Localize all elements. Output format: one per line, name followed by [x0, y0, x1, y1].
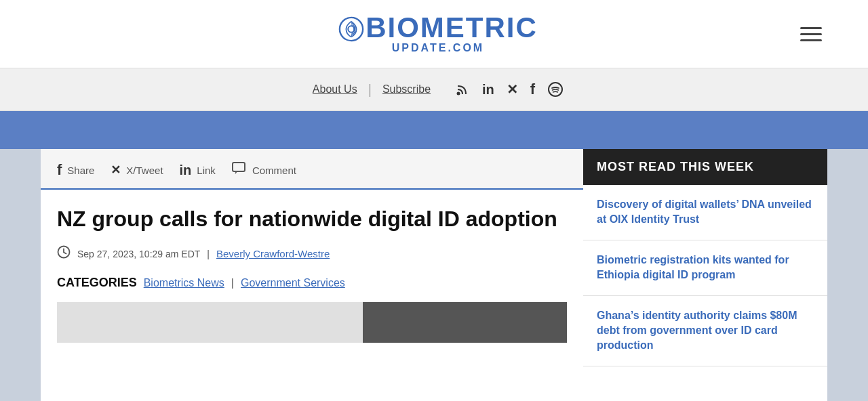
article-body: NZ group calls for nationwide digital ID… — [41, 190, 583, 354]
rss-icon[interactable] — [455, 82, 470, 97]
hamburger-button[interactable] — [795, 22, 827, 47]
about-link[interactable]: About Us — [304, 83, 366, 96]
twitter-x-icon[interactable]: ✕ — [507, 81, 518, 98]
hamburger-line-3 — [800, 39, 822, 41]
link-label: Link — [197, 165, 216, 176]
top-bar: BIOMETRIC UPDATE.COM — [0, 0, 868, 68]
twitter-share-icon: ✕ — [111, 163, 121, 177]
nav-bar: About Us | Subscribe in ✕ f — [0, 68, 868, 111]
facebook-share-icon: f — [57, 161, 62, 179]
sidebar-item-link-1[interactable]: Discovery of digital wallets’ DNA unveil… — [597, 198, 812, 225]
svg-point-0 — [340, 18, 363, 41]
sidebar-item-3: Ghana’s identity authority claims $80M d… — [583, 296, 827, 366]
category-biometrics-news[interactable]: Biometrics News — [144, 277, 224, 289]
spotify-icon[interactable] — [547, 81, 564, 98]
author-link[interactable]: Beverly Crawford-Westre — [216, 248, 330, 259]
site-logo[interactable]: BIOMETRIC UPDATE.COM — [338, 14, 538, 55]
svg-rect-4 — [233, 163, 245, 171]
twitter-share-button[interactable]: ✕ X/Tweet — [111, 163, 163, 177]
sidebar-item-2: Biometric registration kits wanted for E… — [583, 240, 827, 296]
linkedin-icon[interactable]: in — [482, 82, 494, 98]
article-title: NZ group calls for nationwide digital ID… — [57, 206, 567, 232]
comment-label: Comment — [252, 165, 296, 176]
categories-row: CATEGORIES Biometrics News | Government … — [57, 276, 567, 290]
comment-icon — [232, 162, 247, 179]
comment-button[interactable]: Comment — [232, 162, 296, 179]
clock-icon — [57, 245, 71, 262]
social-icons: in ✕ f — [455, 81, 564, 98]
categories-label: CATEGORIES — [57, 276, 137, 290]
article-image — [57, 302, 567, 343]
article-date: Sep 27, 2023, 10:29 am EDT — [77, 249, 200, 259]
nav-divider-1: | — [366, 82, 374, 98]
sidebar-item-link-2[interactable]: Biometric registration kits wanted for E… — [597, 254, 789, 280]
sidebar-header: MOST READ THIS WEEK — [583, 149, 827, 185]
sidebar-item-link-3[interactable]: Ghana’s identity authority claims $80M d… — [597, 310, 797, 352]
article-meta: Sep 27, 2023, 10:29 am EDT | Beverly Cra… — [57, 245, 567, 262]
subscribe-link[interactable]: Subscribe — [374, 83, 439, 96]
facebook-share-button[interactable]: f Share — [57, 161, 94, 179]
meta-separator: | — [207, 249, 210, 259]
blue-banner — [0, 111, 868, 149]
share-bar: f Share ✕ X/Tweet in Link Comment — [41, 149, 583, 190]
facebook-icon[interactable]: f — [530, 81, 535, 98]
logo-sub-text: UPDATE.COM — [392, 42, 484, 54]
nav-links: About Us | Subscribe — [304, 82, 439, 98]
svg-point-2 — [457, 92, 460, 96]
linkedin-share-button[interactable]: in Link — [180, 163, 216, 178]
hamburger-line-2 — [800, 33, 822, 35]
main-content: f Share ✕ X/Tweet in Link Comment — [0, 149, 868, 401]
logo-main-text: BIOMETRIC — [338, 14, 538, 43]
tweet-label: X/Tweet — [126, 165, 163, 176]
article-area: f Share ✕ X/Tweet in Link Comment — [41, 149, 583, 401]
sidebar: MOST READ THIS WEEK Discovery of digital… — [583, 149, 827, 401]
category-government-services[interactable]: Government Services — [241, 277, 345, 289]
hamburger-line-1 — [800, 27, 822, 29]
share-label: Share — [67, 165, 94, 176]
sidebar-item-1: Discovery of digital wallets’ DNA unveil… — [583, 185, 827, 240]
category-separator: | — [231, 277, 234, 289]
linkedin-share-icon: in — [180, 163, 192, 178]
